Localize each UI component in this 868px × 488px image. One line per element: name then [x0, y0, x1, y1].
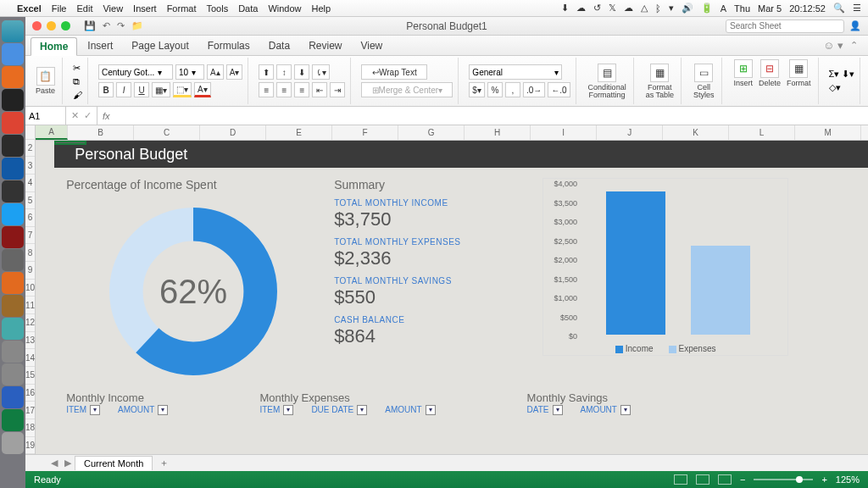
- menu-window[interactable]: Window: [268, 3, 301, 14]
- row-header[interactable]: 17: [25, 402, 35, 419]
- col-header[interactable]: N: [861, 125, 868, 140]
- share-icon[interactable]: 👤: [849, 20, 861, 31]
- menu-help[interactable]: Help: [312, 3, 331, 14]
- notifications-icon[interactable]: ☰: [853, 3, 861, 14]
- wifi-icon[interactable]: ▾: [669, 3, 674, 14]
- dock-finder-icon[interactable]: [2, 20, 24, 42]
- cut-icon[interactable]: ✂: [73, 63, 82, 74]
- tab-page-layout[interactable]: Page Layout: [123, 37, 197, 54]
- dock-app6-icon[interactable]: [2, 318, 24, 340]
- th-date[interactable]: DATE▾: [527, 405, 563, 415]
- col-header[interactable]: J: [597, 125, 663, 140]
- dock-app-icon[interactable]: [2, 89, 24, 111]
- name-box[interactable]: A1: [25, 107, 66, 125]
- fx-icon[interactable]: fx: [97, 111, 115, 121]
- col-header[interactable]: L: [729, 125, 795, 140]
- row-header[interactable]: 8: [25, 244, 35, 262]
- currency-button[interactable]: $▾: [469, 82, 485, 97]
- row-header[interactable]: 12: [25, 314, 35, 332]
- dock-app8-icon[interactable]: [2, 363, 24, 385]
- align-top-icon[interactable]: ⬆: [259, 64, 274, 80]
- increase-font-icon[interactable]: A▴: [207, 64, 224, 80]
- col-header[interactable]: A: [36, 125, 68, 140]
- tab-view[interactable]: View: [352, 37, 391, 54]
- row-header[interactable]: 7: [25, 227, 35, 245]
- col-header[interactable]: F: [332, 125, 398, 140]
- menu-view[interactable]: View: [103, 3, 123, 14]
- dock-firefox-icon[interactable]: [2, 66, 24, 88]
- th-amount[interactable]: AMOUNT▾: [385, 405, 435, 415]
- th-due[interactable]: DUE DATE▾: [311, 405, 367, 415]
- font-name-select[interactable]: Century Got...▾: [98, 64, 173, 80]
- th-amount[interactable]: AMOUNT▾: [581, 405, 631, 415]
- indent-increase-icon[interactable]: ⇥: [330, 82, 345, 97]
- col-header[interactable]: C: [134, 125, 200, 140]
- view-normal-icon[interactable]: [674, 474, 687, 485]
- undo-icon[interactable]: ↶: [103, 20, 110, 31]
- zoom-level[interactable]: 125%: [836, 474, 860, 485]
- font-color-button[interactable]: A▾: [194, 82, 211, 97]
- view-break-icon[interactable]: [718, 474, 732, 485]
- wrap-text-button[interactable]: ↩ Wrap Text: [361, 64, 427, 80]
- row-header[interactable]: 5: [25, 192, 35, 210]
- row-header[interactable]: 4: [25, 175, 35, 192]
- menu-data[interactable]: Data: [238, 3, 258, 14]
- row-header[interactable]: 16: [25, 385, 35, 402]
- cancel-formula-icon[interactable]: ✕: [71, 110, 79, 121]
- twitter-icon[interactable]: 𝕏: [609, 3, 616, 14]
- number-format-select[interactable]: General▾: [469, 64, 562, 80]
- menu-file[interactable]: File: [52, 3, 67, 14]
- fill-icon[interactable]: ⬇▾: [842, 69, 854, 80]
- dock-safari-icon[interactable]: [2, 43, 24, 65]
- align-middle-icon[interactable]: ↕: [276, 64, 292, 80]
- format-cells-button[interactable]: ▦Format: [785, 58, 813, 104]
- folder-icon[interactable]: 📁: [131, 20, 143, 31]
- zoom-icon[interactable]: [61, 21, 70, 30]
- format-as-table-button[interactable]: ▦Format as Table: [644, 62, 676, 101]
- tab-data[interactable]: Data: [260, 37, 298, 54]
- clear-icon[interactable]: ◇▾: [829, 82, 841, 93]
- col-header[interactable]: M: [795, 125, 861, 140]
- cell-styles-button[interactable]: ▭Cell Styles: [692, 62, 716, 101]
- col-header[interactable]: G: [398, 125, 465, 140]
- row-header[interactable]: 11: [25, 297, 35, 314]
- col-header[interactable]: I: [531, 125, 597, 140]
- merge-center-button[interactable]: ⊞ Merge & Center ▾: [361, 82, 453, 97]
- align-right-icon[interactable]: ≡: [294, 82, 309, 97]
- align-bottom-icon[interactable]: ⬇: [294, 64, 309, 80]
- redo-icon[interactable]: ↷: [117, 20, 125, 31]
- dock-app2-icon[interactable]: [2, 226, 24, 248]
- decrease-font-icon[interactable]: A▾: [226, 64, 243, 80]
- dropbox-icon[interactable]: ⬇: [561, 3, 569, 14]
- indent-decrease-icon[interactable]: ⇤: [312, 82, 327, 97]
- sheet-next-icon[interactable]: ▶: [61, 458, 75, 469]
- menu-edit[interactable]: Edit: [76, 3, 92, 14]
- row-header[interactable]: 9: [25, 262, 35, 280]
- tab-home[interactable]: Home: [31, 37, 77, 56]
- menu-tools[interactable]: Tools: [206, 3, 228, 14]
- font-size-select[interactable]: 10▾: [175, 64, 204, 80]
- dock-app4-icon[interactable]: [2, 272, 24, 294]
- row-header[interactable]: 13: [25, 332, 35, 350]
- copy-icon[interactable]: ⧉: [73, 76, 82, 87]
- volume-icon[interactable]: 🔊: [682, 3, 693, 14]
- grid[interactable]: A B C D E F G H I J K L M N Personal Bud…: [36, 125, 868, 454]
- format-painter-icon[interactable]: 🖌: [73, 90, 82, 100]
- battery-icon[interactable]: 🔋: [701, 3, 713, 14]
- bluetooth-icon[interactable]: ᛒ: [655, 3, 661, 14]
- dock-app3-icon[interactable]: [2, 249, 24, 271]
- zoom-slider[interactable]: [754, 479, 813, 480]
- row-header[interactable]: 18: [25, 419, 35, 437]
- menu-insert[interactable]: Insert: [133, 3, 157, 14]
- dock-excel-icon[interactable]: [2, 409, 24, 431]
- align-center-icon[interactable]: ≡: [276, 82, 292, 97]
- th-item[interactable]: ITEM▾: [66, 405, 100, 415]
- fill-color-button[interactable]: ⬚▾: [173, 82, 192, 97]
- onedrive-icon[interactable]: ☁: [576, 3, 586, 14]
- border-button[interactable]: ▦▾: [152, 82, 170, 97]
- dock-app5-icon[interactable]: [2, 295, 24, 317]
- collapse-ribbon-icon[interactable]: ⌃: [845, 40, 863, 51]
- cloud-icon[interactable]: ☁: [624, 3, 633, 14]
- row-header[interactable]: 14: [25, 349, 35, 367]
- tab-review[interactable]: Review: [300, 37, 350, 54]
